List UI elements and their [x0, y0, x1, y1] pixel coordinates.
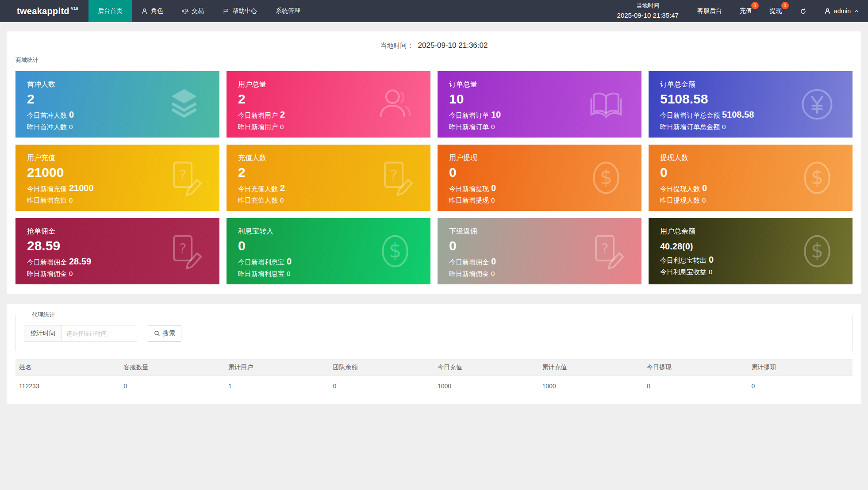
nav-item-help-center[interactable]: 帮助中心: [213, 0, 266, 22]
stat-card-first-charge-users: 首冲人数 2 今日首冲人数0 昨日首冲人数0: [15, 71, 219, 138]
page-time-label: 当地时间：: [380, 42, 414, 49]
nav-item-roles[interactable]: 角色: [132, 0, 173, 22]
cell-service-count: 0: [120, 376, 225, 396]
local-time-label: 当地时间: [636, 1, 659, 10]
stat-card-user-recharge: 用户充值 21000 今日新增充值21000 昨日新增充值0: [15, 145, 219, 211]
brand-logo[interactable]: tweakappltdV16: [0, 0, 88, 22]
cell-name: 112233: [15, 376, 120, 396]
main-content: 当地时间：2025-09-10 21:36:02 商城统计 首冲人数 2 今日首…: [0, 31, 868, 404]
col-header-service-count: 客服数量: [120, 360, 225, 376]
scales-icon: [182, 8, 188, 15]
edit-note-icon: [375, 157, 415, 198]
withdraw-label: 提现: [770, 7, 782, 15]
chevron-up-icon: [854, 8, 859, 14]
dollar-icon: [586, 157, 626, 198]
stat-card-recharge-users: 充值人数 2 今日充值人数2 昨日充值人数0: [227, 145, 430, 211]
agent-table: 姓名 客服数量 累计用户 团队余额 今日充值 累计充值 今日提现 累计提现 11…: [15, 359, 853, 396]
section-title: 商城统计: [15, 56, 853, 64]
edit-note-icon: [164, 157, 204, 198]
main-menu: 后台首页 角色 交易 帮助中心 系统管理: [88, 0, 310, 22]
col-header-total-withdraw: 累计提现: [748, 360, 853, 376]
stat-card-user-withdrawals: 用户提现 0 今日新增提现0 昨日新增提现0: [438, 145, 641, 211]
book-icon: [586, 84, 626, 125]
stat-time-input[interactable]: [62, 325, 137, 342]
col-header-total-users: 累计用户: [225, 360, 330, 376]
stat-time-label: 统计时间: [24, 325, 62, 342]
agent-table-header-row: 姓名 客服数量 累计用户 团队余额 今日充值 累计充值 今日提现 累计提现: [15, 360, 853, 376]
username: admin: [834, 8, 851, 15]
user-icon: [824, 8, 831, 15]
cell-today-recharge: 1000: [434, 376, 539, 396]
nav-item-label: 交易: [192, 7, 204, 15]
person-icon: [141, 8, 148, 15]
nav-item-dashboard[interactable]: 后台首页: [88, 0, 132, 22]
agent-filter-form: 统计时间 搜索: [24, 325, 844, 342]
nav-item-trade[interactable]: 交易: [173, 0, 213, 22]
user-icon: [375, 84, 415, 125]
flag-icon: [223, 8, 229, 15]
nav-item-system[interactable]: 系统管理: [266, 0, 310, 22]
brand-text: tweakappltd: [17, 6, 69, 16]
stat-card-withdrawal-users: 提现人数 0 今日提现人数0 昨日提现人数0: [649, 145, 853, 211]
nav-item-label: 系统管理: [276, 7, 300, 15]
cell-team-balance: 0: [330, 376, 434, 396]
local-time: 当地时间 2025-09-10 21:35:47: [607, 0, 688, 22]
recharge-badge: 0: [751, 2, 759, 9]
recharge-link[interactable]: 充值 0: [731, 0, 761, 22]
col-header-name: 姓名: [15, 360, 120, 376]
stat-cards-grid: 首冲人数 2 今日首冲人数0 昨日首冲人数0 用户总量 2 今日新增用户2 昨日…: [15, 71, 853, 284]
agent-stats-fieldset: 代理统计 统计时间 搜索: [15, 311, 853, 351]
layers-icon: [164, 84, 204, 125]
table-row[interactable]: 112233 0 1 0 1000 1000 0 0: [15, 376, 853, 396]
withdraw-link[interactable]: 提现 0: [761, 0, 791, 22]
service-backend-label: 客服后台: [697, 7, 722, 15]
withdraw-badge: 0: [781, 2, 789, 9]
nav-item-label: 角色: [151, 7, 163, 15]
edit-note-icon: [164, 231, 204, 272]
service-backend-link[interactable]: 客服后台: [688, 0, 731, 22]
agent-stats-legend: 代理统计: [28, 311, 58, 319]
dollar-icon: [375, 231, 415, 272]
yen-icon: [797, 84, 837, 125]
navbar-right: 当地时间 2025-09-10 21:35:47 客服后台 充值 0 提现 0 …: [607, 0, 868, 22]
col-header-today-withdraw: 今日提现: [643, 360, 748, 376]
shop-stats-panel: 当地时间：2025-09-10 21:36:02 商城统计 首冲人数 2 今日首…: [7, 31, 861, 294]
stat-card-order-commission: 抢单佣金 28.59 今日新增佣金28.59 昨日新增佣金0: [15, 218, 219, 284]
page-time-value: 2025-09-10 21:36:02: [418, 41, 488, 50]
stat-card-interest-transfer-in: 利息宝转入 0 今日新增利息宝0 昨日新增利息宝0: [227, 218, 430, 284]
cell-total-users: 1: [225, 376, 330, 396]
refresh-icon: [800, 8, 807, 15]
stat-card-total-orders: 订单总量 10 今日新增订单10 昨日新增订单0: [438, 71, 641, 138]
dollar-icon: [797, 231, 837, 272]
refresh-button[interactable]: [791, 0, 815, 22]
stat-card-user-total-balance: 用户总余额 40.28(0) 今日利息宝转出0 今日利息宝收益0: [649, 218, 853, 284]
user-menu[interactable]: admin: [815, 0, 868, 22]
brand-version: V16: [71, 6, 78, 11]
stat-card-subordinate-rebate: 下级返佣 0 今日新增佣金0 昨日新增佣金0: [438, 218, 641, 284]
stat-card-total-order-amount: 订单总金额 5108.58 今日新增订单总金额5108.58 昨日新增订单总金额…: [649, 71, 853, 138]
nav-item-label: 后台首页: [98, 7, 123, 15]
col-header-team-balance: 团队余额: [330, 360, 434, 376]
cell-today-withdraw: 0: [643, 376, 748, 396]
nav-item-label: 帮助中心: [232, 7, 257, 15]
search-icon: [154, 330, 160, 337]
col-header-total-recharge: 累计充值: [539, 360, 644, 376]
page-local-time: 当地时间：2025-09-10 21:36:02: [15, 38, 853, 50]
recharge-label: 充值: [740, 7, 752, 15]
dollar-icon: [797, 157, 837, 198]
agent-stats-panel: 代理统计 统计时间 搜索 姓名 客服数量 累计用户 团队余额 今日充值 累计充值: [7, 304, 861, 404]
edit-note-icon: [586, 231, 626, 272]
stat-card-total-users: 用户总量 2 今日新增用户2 昨日新增用户0: [227, 71, 430, 138]
search-button-label: 搜索: [163, 329, 175, 337]
local-time-value: 2025-09-10 21:35:47: [617, 10, 679, 20]
top-navbar: tweakappltdV16 后台首页 角色 交易 帮助中心 系统管理 当地时间…: [0, 0, 868, 22]
search-button[interactable]: 搜索: [148, 325, 181, 342]
col-header-today-recharge: 今日充值: [434, 360, 539, 376]
cell-total-withdraw: 0: [748, 376, 853, 396]
cell-total-recharge: 1000: [539, 376, 644, 396]
